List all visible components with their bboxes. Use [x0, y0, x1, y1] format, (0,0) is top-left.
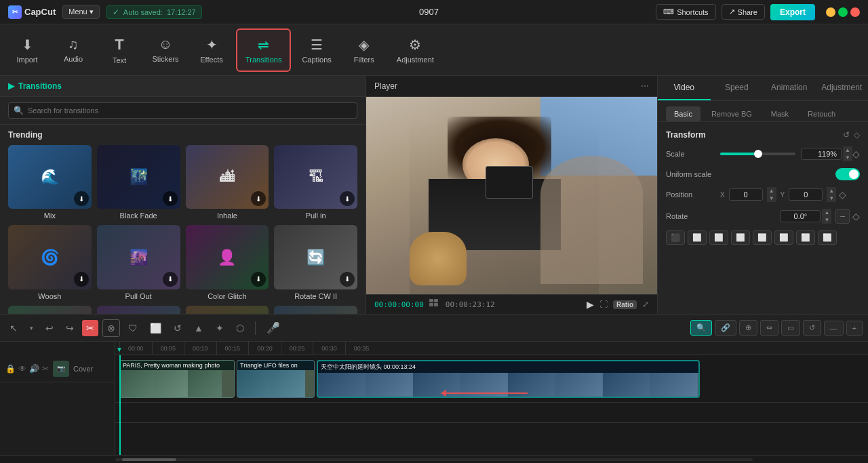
add-track-btn[interactable]: +: [846, 321, 863, 336]
share-button[interactable]: ↗ Share: [722, 4, 765, 20]
play-button[interactable]: ▶: [587, 299, 594, 310]
clip-ufo[interactable]: Triangle UFO files on: [237, 360, 315, 398]
tab-adjustment[interactable]: Adjustment: [816, 76, 869, 100]
rotate-reset-btn[interactable]: –: [835, 209, 850, 224]
diamond-icon[interactable]: ◇: [854, 130, 860, 140]
transition-blackfade[interactable]: 🌃 ⬇ Black Fade: [97, 145, 180, 220]
scrollbar-thumb[interactable]: [122, 458, 176, 461]
rotate-up[interactable]: ▲: [822, 209, 831, 216]
reset-icon[interactable]: ↺: [843, 130, 850, 140]
tab-speed[interactable]: Speed: [711, 76, 764, 100]
menu-button[interactable]: Menu ▾: [62, 5, 100, 19]
scrollbar-track[interactable]: [115, 458, 753, 461]
subtab-basic[interactable]: Basic: [666, 106, 701, 121]
maximize-button[interactable]: [838, 7, 848, 17]
transition-pullout[interactable]: 🌆 ⬇ Pull Out: [97, 225, 180, 300]
transition-extra4[interactable]: ▧: [274, 306, 357, 314]
delete-tool[interactable]: ⊗: [102, 319, 120, 337]
y-down[interactable]: ▼: [827, 195, 836, 202]
close-button[interactable]: [850, 7, 860, 17]
transition-woosh[interactable]: 🌀 ⬇ Woosh: [8, 225, 92, 300]
transition-extra1[interactable]: ▦: [8, 306, 92, 314]
scale-down[interactable]: ▼: [843, 154, 852, 161]
undo-btn[interactable]: ↩: [41, 320, 58, 336]
transition-colorglitch[interactable]: 👤 ⬇ Color Glitch: [186, 225, 269, 300]
x-down[interactable]: ▼: [767, 195, 776, 202]
toggle-track[interactable]: [835, 168, 860, 180]
transition-extra2[interactable]: ▤: [97, 306, 180, 314]
align-left[interactable]: ⬛: [666, 230, 685, 245]
star-tool[interactable]: ✦: [212, 320, 228, 336]
rotate-diamond[interactable]: ◇: [852, 211, 860, 222]
eye-icon[interactable]: 👁: [18, 364, 26, 374]
shortcuts-button[interactable]: ⌨ Shortcuts: [656, 4, 715, 20]
align-bottom[interactable]: ⬜: [774, 230, 793, 245]
scale-diamond[interactable]: ◇: [852, 148, 860, 159]
expand-icon[interactable]: ⤢: [642, 300, 649, 309]
toolbar-text[interactable]: T Text: [98, 28, 141, 72]
transition-rotatecw[interactable]: 🔄 ⬇ Rotate CW II: [274, 225, 357, 300]
clip-paris[interactable]: PARIS, Pretty woman making photo: [119, 360, 235, 398]
x-up[interactable]: ▲: [767, 187, 776, 195]
distribute-v[interactable]: ⬜: [818, 230, 837, 245]
toolbar-adjustment[interactable]: ⚙ Adjustment: [389, 28, 442, 72]
player-menu-icon[interactable]: ⋯: [641, 81, 649, 91]
split2-btn[interactable]: ⇔: [760, 320, 778, 336]
box-tool[interactable]: ⬜: [146, 320, 165, 336]
align-center-v[interactable]: ⬜: [753, 230, 772, 245]
align-top[interactable]: ⬜: [731, 230, 750, 245]
mic-button[interactable]: 🎤: [262, 319, 284, 337]
rotate-down[interactable]: ▼: [822, 216, 831, 224]
split-tool[interactable]: ✂: [82, 320, 98, 336]
cursor-tool[interactable]: ↖: [5, 320, 22, 336]
zoom-in-btn[interactable]: ⊕: [739, 320, 757, 336]
position-y-input[interactable]: [789, 188, 823, 201]
tab-video[interactable]: Video: [658, 76, 711, 100]
position-x-input[interactable]: [729, 188, 763, 201]
minus-btn[interactable]: —: [824, 321, 844, 336]
coverage-btn[interactable]: ▭: [781, 320, 800, 336]
toolbar-captions[interactable]: ☰ Captions: [294, 28, 339, 72]
toolbar-filters[interactable]: ◈ Filters: [342, 28, 386, 72]
lock-icon[interactable]: 🔒: [5, 364, 16, 374]
scale-value-input[interactable]: [801, 148, 842, 160]
minimize-button[interactable]: [826, 7, 835, 17]
scale-slider[interactable]: [720, 153, 795, 155]
link-clips-btn[interactable]: 🔗: [715, 320, 736, 336]
grid-icon[interactable]: [429, 299, 440, 310]
transition-pullin[interactable]: 🏗 ⬇ Pull in: [274, 145, 357, 220]
cursor-dropdown[interactable]: ▾: [26, 322, 37, 334]
toolbar-transitions[interactable]: ⇌ Transitions: [236, 28, 291, 72]
toolbar-stickers[interactable]: ☺ Stickers: [144, 28, 187, 72]
redo-btn[interactable]: ↪: [62, 320, 78, 336]
subtab-retouch[interactable]: Retouch: [800, 106, 844, 121]
transition-extra3[interactable]: ▥: [186, 306, 269, 314]
speed-tool[interactable]: ▲: [190, 320, 208, 336]
zoom-timeline-btn[interactable]: 🔍: [690, 320, 712, 336]
position-diamond[interactable]: ◇: [839, 189, 846, 200]
cut-icon[interactable]: ✂: [42, 364, 49, 374]
search-input[interactable]: [8, 102, 357, 119]
loop-tool[interactable]: ↺: [170, 320, 186, 336]
tab-animation[interactable]: Animation: [763, 76, 816, 100]
rotate-value-input[interactable]: [780, 210, 821, 222]
y-up[interactable]: ▲: [827, 187, 836, 195]
scale-up[interactable]: ▲: [843, 146, 852, 154]
volume-icon[interactable]: 🔊: [29, 364, 39, 374]
crop-tool[interactable]: ⬡: [232, 320, 248, 336]
subtab-removebg[interactable]: Remove BG: [703, 106, 760, 121]
toolbar-import[interactable]: ⬇ Import: [5, 28, 49, 72]
scale-thumb[interactable]: [754, 150, 762, 158]
distribute-h[interactable]: ⬜: [796, 230, 815, 245]
toolbar-effects[interactable]: ✦ Effects: [190, 28, 233, 72]
uniform-scale-toggle[interactable]: [835, 168, 860, 180]
transition-mix[interactable]: 🌊 ⬇ Mix: [8, 145, 92, 220]
ratio-badge[interactable]: Ratio: [613, 300, 637, 309]
shield-tool[interactable]: 🛡: [124, 320, 142, 336]
align-center-h[interactable]: ⬜: [688, 230, 707, 245]
align-right[interactable]: ⬜: [709, 230, 728, 245]
export-button[interactable]: Export: [770, 4, 815, 20]
transition-inhale[interactable]: 🏙 ⬇ Inhale: [186, 145, 269, 220]
toolbar-audio[interactable]: ♫ Audio: [52, 28, 95, 72]
fullscreen-icon[interactable]: ⛶: [599, 300, 608, 309]
